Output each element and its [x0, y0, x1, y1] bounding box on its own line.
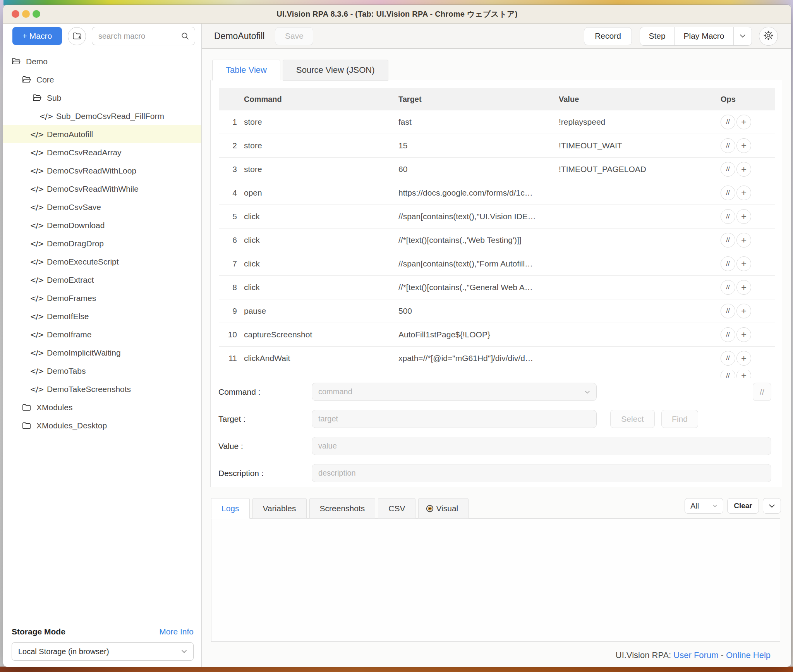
- storage-mode-select[interactable]: Local Storage (in browser): [12, 642, 194, 661]
- table-row-9[interactable]: 9pause500//+: [219, 299, 775, 323]
- user-forum-link[interactable]: User Forum: [673, 650, 718, 660]
- close-window-button[interactable]: [12, 10, 19, 18]
- insert-step-button[interactable]: +: [736, 256, 751, 271]
- value-input[interactable]: [312, 437, 771, 455]
- log-tabs: Logs Variables Screenshots CSV Visual: [211, 498, 781, 519]
- toggle-comment-button[interactable]: //: [721, 327, 735, 342]
- table-row-3[interactable]: 3store60!TIMEOUT_PAGELOAD//+: [219, 158, 775, 181]
- tree-macro-DemoImplicitWaiting[interactable]: </>DemoImplicitWaiting: [3, 344, 201, 362]
- search-macro-input[interactable]: [92, 27, 195, 45]
- tree-item-label: DemoTakeScreenshots: [47, 385, 131, 394]
- insert-step-button[interactable]: +: [736, 186, 751, 200]
- zoom-window-button[interactable]: [33, 10, 40, 18]
- tree-folder-XModules[interactable]: XModules: [3, 398, 201, 416]
- tree-macro-DemoAutofill[interactable]: </>DemoAutofill: [3, 125, 201, 143]
- toggle-comment-button[interactable]: //: [721, 186, 735, 200]
- tree-macro-DemoCsvReadWithWhile[interactable]: </>DemoCsvReadWithWhile: [3, 180, 201, 198]
- play-macro-button[interactable]: Play Macro: [674, 27, 733, 45]
- tab-table-view[interactable]: Table View: [212, 60, 280, 81]
- table-row-10[interactable]: 10captureScreenshotAutoFill1stPage${!LOO…: [219, 323, 775, 347]
- toggle-comment-button[interactable]: //: [721, 138, 735, 153]
- tree-macro-DemoCsvReadArray[interactable]: </>DemoCsvReadArray: [3, 143, 201, 162]
- description-input[interactable]: [312, 464, 771, 482]
- settings-button[interactable]: [759, 27, 778, 46]
- step-number: 2: [219, 141, 237, 150]
- desktop-background-bottom: [0, 667, 793, 672]
- table-row-2[interactable]: 2store15!TIMEOUT_WAIT//+: [219, 134, 775, 158]
- command-select[interactable]: [312, 383, 597, 401]
- tree-folder-Demo[interactable]: Demo: [3, 52, 201, 70]
- insert-step-button[interactable]: +: [736, 115, 751, 129]
- tree-macro-DemoCsvSave[interactable]: </>DemoCsvSave: [3, 198, 201, 216]
- tree-macro-DemoFrames[interactable]: </>DemoFrames: [3, 289, 201, 307]
- tree-macro-Sub_DemoCsvRead_FillForm[interactable]: </>Sub_DemoCsvRead_FillForm: [3, 107, 201, 125]
- tree-macro-DemoIframe[interactable]: </>DemoIframe: [3, 325, 201, 344]
- table-row-11[interactable]: 11clickAndWaitxpath=//*[@id="mG61Hd"]/di…: [219, 347, 775, 370]
- step-button[interactable]: Step: [640, 27, 674, 45]
- tree-folder-XModules_Desktop[interactable]: XModules_Desktop: [3, 416, 201, 435]
- tree-macro-DemoIfElse[interactable]: </>DemoIfElse: [3, 307, 201, 325]
- insert-step-button[interactable]: +: [736, 280, 751, 295]
- more-info-link[interactable]: More Info: [159, 627, 194, 636]
- table-row-6[interactable]: 6click//*[text()[contains(.,'Web Testing…: [219, 229, 775, 252]
- table-row-8[interactable]: 8click//*[text()[contains(.,"General Web…: [219, 276, 775, 299]
- insert-step-button[interactable]: +: [736, 209, 751, 224]
- add-macro-button[interactable]: + Macro: [12, 27, 62, 45]
- tree-macro-DemoTabs[interactable]: </>DemoTabs: [3, 362, 201, 380]
- tab-screenshots[interactable]: Screenshots: [309, 498, 376, 519]
- clear-logs-button[interactable]: Clear: [727, 498, 759, 514]
- tree-item-label: DemoCsvReadWithWhile: [47, 184, 139, 194]
- toggle-comment-button[interactable]: //: [721, 162, 735, 177]
- insert-step-button[interactable]: +: [736, 162, 751, 177]
- tree-folder-Core[interactable]: Core: [3, 70, 201, 89]
- new-folder-button[interactable]: [68, 27, 86, 45]
- record-button[interactable]: Record: [584, 27, 632, 45]
- tree-item-label: DemoImplicitWaiting: [47, 348, 121, 357]
- toggle-comment-button[interactable]: //: [721, 280, 735, 295]
- insert-step-button[interactable]: +: [736, 370, 751, 378]
- toggle-comment-button[interactable]: //: [721, 256, 735, 271]
- tree-macro-DemoDragDrop[interactable]: </>DemoDragDrop: [3, 234, 201, 253]
- online-help-link[interactable]: Online Help: [726, 650, 771, 660]
- tab-variables[interactable]: Variables: [252, 498, 307, 519]
- toggle-comment-button[interactable]: //: [721, 233, 735, 247]
- macro-toolbar: DemoAutofill Save Record Step Play Macro: [202, 24, 791, 49]
- collapse-logs-button[interactable]: [763, 498, 781, 514]
- tree-macro-DemoCsvReadWithLoop[interactable]: </>DemoCsvReadWithLoop: [3, 162, 201, 180]
- toggle-comment-button[interactable]: //: [721, 209, 735, 224]
- insert-step-button[interactable]: +: [736, 233, 751, 247]
- table-row-1[interactable]: 1storefast!replayspeed//+: [219, 110, 775, 134]
- table-row-5[interactable]: 5click//span[contains(text(),"UI.Vision …: [219, 205, 775, 229]
- toggle-comment-button[interactable]: //: [721, 370, 735, 378]
- tree-macro-DemoExtract[interactable]: </>DemoExtract: [3, 271, 201, 289]
- comment-toggle-button[interactable]: //: [753, 383, 771, 401]
- step-target: 60: [398, 165, 559, 174]
- command-input[interactable]: [312, 383, 596, 400]
- insert-step-button[interactable]: +: [736, 327, 751, 342]
- target-input[interactable]: [312, 410, 596, 428]
- tab-visual[interactable]: Visual: [418, 498, 469, 519]
- minimize-window-button[interactable]: [22, 10, 30, 18]
- table-row-4[interactable]: 4openhttps://docs.google.com/forms/d/1c……: [219, 181, 775, 205]
- step-number: 4: [219, 188, 237, 198]
- toggle-comment-button[interactable]: //: [721, 115, 735, 129]
- tab-csv[interactable]: CSV: [378, 498, 415, 519]
- toggle-comment-button[interactable]: //: [721, 351, 735, 366]
- select-button[interactable]: Select: [610, 410, 655, 428]
- tab-logs[interactable]: Logs: [211, 498, 250, 519]
- insert-step-button[interactable]: +: [736, 304, 751, 318]
- insert-step-button[interactable]: +: [736, 351, 751, 366]
- toggle-comment-button[interactable]: //: [721, 304, 735, 318]
- log-filter-select[interactable]: All: [685, 498, 723, 514]
- tree-macro-DemoDownload[interactable]: </>DemoDownload: [3, 216, 201, 234]
- tree-folder-Sub[interactable]: Sub: [3, 89, 201, 107]
- table-row-7[interactable]: 7click//span[contains(text(),"Form Autof…: [219, 252, 775, 276]
- save-button[interactable]: Save: [275, 27, 313, 45]
- tree-macro-DemoTakeScreenshots[interactable]: </>DemoTakeScreenshots: [3, 380, 201, 398]
- tree-macro-DemoExecuteScript[interactable]: </>DemoExecuteScript: [3, 253, 201, 271]
- tree-item-label: Sub_DemoCsvRead_FillForm: [56, 112, 164, 121]
- insert-step-button[interactable]: +: [736, 138, 751, 153]
- find-button[interactable]: Find: [661, 410, 698, 428]
- tab-source-view[interactable]: Source View (JSON): [283, 60, 388, 81]
- play-options-dropdown[interactable]: [733, 27, 752, 45]
